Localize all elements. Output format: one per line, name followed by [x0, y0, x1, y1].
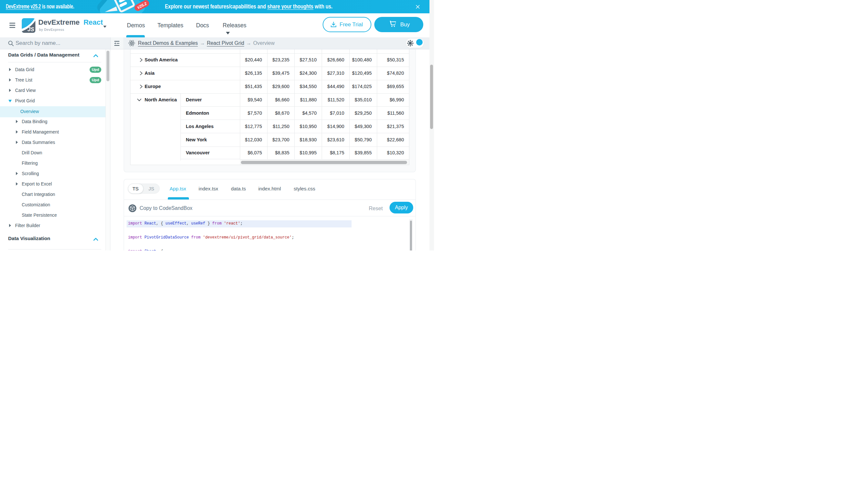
svg-text:JS: JS: [28, 26, 34, 32]
